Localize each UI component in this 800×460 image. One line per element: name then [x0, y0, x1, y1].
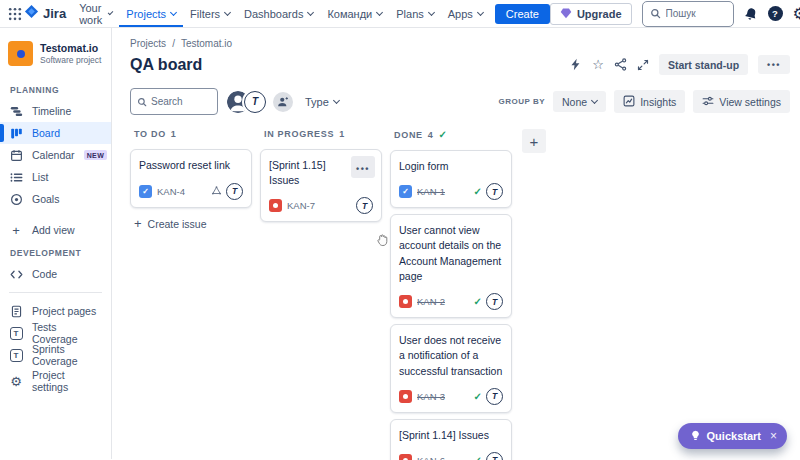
- plus-icon: +: [9, 224, 23, 237]
- sidebar-item-goals[interactable]: Goals: [0, 188, 111, 210]
- assignee-avatar[interactable]: T: [356, 197, 373, 214]
- sidebar-item-project-pages[interactable]: Project pages: [0, 300, 111, 322]
- nav-item-your-work[interactable]: Your work: [72, 0, 119, 27]
- app-switcher-icon[interactable]: [8, 3, 22, 25]
- kanban-board: TO DO1 Password reset link ✓ KAN-4 T +: [126, 129, 790, 460]
- issue-card[interactable]: Password reset link ✓ KAN-4 T: [130, 149, 252, 208]
- resolved-check-icon: ✓: [474, 391, 482, 402]
- create-button[interactable]: Create: [495, 4, 550, 24]
- nav-item-plans[interactable]: Plans: [389, 0, 441, 27]
- section-label-planning: PLANNING: [0, 78, 111, 100]
- column-done-check-icon: ✓: [439, 129, 448, 140]
- code-icon: [9, 268, 23, 281]
- gem-icon: [560, 7, 572, 21]
- nav-item-apps[interactable]: Apps: [441, 0, 490, 27]
- assignee-avatar[interactable]: T: [486, 183, 503, 200]
- project-name: Testomat.io: [40, 42, 101, 55]
- global-search[interactable]: [642, 1, 734, 27]
- sidebar-item-board[interactable]: Board: [0, 122, 111, 144]
- insights-button[interactable]: Insights: [614, 90, 685, 113]
- global-search-input[interactable]: [666, 8, 726, 19]
- chevron-down-icon: [376, 8, 383, 15]
- issue-card[interactable]: Login form ✓ KAN-1 ✓ T: [390, 150, 512, 208]
- resolved-check-icon: ✓: [474, 455, 482, 460]
- issue-card[interactable]: User does not receive a notification of …: [390, 324, 512, 413]
- settings-gear-icon[interactable]: ⚙: [793, 6, 800, 22]
- sidebar-item-sprints-coverage[interactable]: T Sprints Coverage: [0, 344, 111, 366]
- automation-lightning-icon[interactable]: [569, 58, 582, 71]
- nav-item-projects[interactable]: Projects: [119, 0, 183, 27]
- assignee-avatar[interactable]: T: [226, 183, 243, 200]
- bug-type-icon: [399, 454, 412, 460]
- add-people-button[interactable]: [273, 92, 293, 112]
- project-header[interactable]: Testomat.io Software project: [0, 39, 111, 78]
- column-header-todo: TO DO1: [134, 129, 252, 139]
- project-type: Software project: [40, 55, 101, 65]
- bug-type-icon: [269, 199, 282, 212]
- issue-key: KAN-3: [417, 391, 445, 402]
- group-by-dropdown[interactable]: None: [553, 91, 606, 112]
- view-settings-button[interactable]: View settings: [693, 90, 790, 113]
- board-main: Projects / Testomat.io QA board ☆ Start …: [112, 28, 800, 459]
- issue-key: KAN-6: [417, 455, 445, 460]
- breadcrumb-project-name[interactable]: Testomat.io: [181, 38, 232, 49]
- star-icon[interactable]: ☆: [592, 58, 604, 71]
- board-search[interactable]: [130, 88, 218, 115]
- assignee-avatar[interactable]: T: [486, 452, 503, 460]
- board-search-input[interactable]: [151, 96, 211, 107]
- issue-card[interactable]: [Sprint 1.14] Issues KAN-6 ✓ T: [390, 419, 512, 460]
- sidebar-item-list[interactable]: List: [0, 166, 111, 188]
- assignee-avatar[interactable]: T: [486, 293, 503, 310]
- help-icon[interactable]: ?: [768, 6, 783, 21]
- nav-item-filters[interactable]: Filters: [183, 0, 237, 27]
- sidebar-item-project-settings[interactable]: ⚙ Project settings: [0, 370, 111, 392]
- sidebar-item-calendar[interactable]: Calendar NEW: [0, 144, 111, 166]
- breadcrumb-projects[interactable]: Projects: [130, 38, 166, 49]
- board-toolbar: T Type GROUP BY None Insights View setti…: [126, 88, 790, 115]
- start-standup-button[interactable]: Start stand-up: [659, 54, 748, 75]
- issue-title: User cannot view account details on the …: [399, 223, 503, 284]
- calendar-icon: [9, 149, 23, 162]
- card-more-button[interactable]: •••: [351, 156, 375, 178]
- assignee-avatar[interactable]: T: [486, 388, 503, 405]
- notifications-bell-icon[interactable]: [742, 5, 759, 22]
- new-badge: NEW: [84, 150, 108, 160]
- sidebar-item-timeline[interactable]: Timeline: [0, 100, 111, 122]
- nav-item-dashboards[interactable]: Dashboards: [237, 0, 320, 27]
- chevron-down-icon: [170, 8, 177, 15]
- column-header-in-progress: IN PROGRESS1: [264, 129, 382, 139]
- create-issue-button[interactable]: + Create issue: [134, 217, 207, 230]
- resolved-check-icon: ✓: [474, 296, 482, 307]
- share-icon[interactable]: [614, 58, 627, 71]
- search-icon: [137, 93, 147, 111]
- issue-key: KAN-1: [417, 186, 445, 197]
- upgrade-button[interactable]: Upgrade: [550, 3, 632, 25]
- board-more-button[interactable]: •••: [758, 55, 790, 74]
- add-column-button[interactable]: +: [522, 129, 546, 153]
- column-header-done: DONE4 ✓: [394, 129, 512, 140]
- issue-card[interactable]: User cannot view account details on the …: [390, 214, 512, 318]
- issue-title: [Sprint 1.14] Issues: [399, 428, 503, 443]
- quickstart-button[interactable]: Quickstart ×: [678, 423, 787, 449]
- bug-type-icon: [399, 295, 412, 308]
- project-avatar: [8, 41, 33, 66]
- issue-title: User does not receive a notification of …: [399, 333, 503, 379]
- issue-key: KAN-2: [417, 296, 445, 307]
- assignee-avatar-t[interactable]: T: [244, 91, 266, 113]
- fullscreen-expand-icon[interactable]: [637, 59, 649, 71]
- sidebar-item-tests-coverage[interactable]: T Tests Coverage: [0, 322, 111, 344]
- sidebar-divider: [9, 292, 102, 293]
- type-filter-dropdown[interactable]: Type: [305, 96, 339, 108]
- list-icon: [9, 171, 23, 184]
- more-icon: •••: [767, 60, 781, 70]
- sidebar-item-code[interactable]: Code: [0, 263, 111, 285]
- jira-logo[interactable]: Jira: [22, 4, 72, 23]
- nav-item-teams[interactable]: Команди: [320, 0, 389, 27]
- issue-card[interactable]: ••• [Sprint 1.15] Issues KAN-7 T: [260, 149, 382, 222]
- chevron-down-icon: [224, 8, 231, 15]
- goals-target-icon: [9, 193, 23, 206]
- add-view-button[interactable]: + Add view: [0, 219, 111, 241]
- close-icon[interactable]: ×: [770, 429, 777, 443]
- page-title: QA board: [130, 56, 202, 74]
- group-by-label: GROUP BY: [498, 97, 545, 106]
